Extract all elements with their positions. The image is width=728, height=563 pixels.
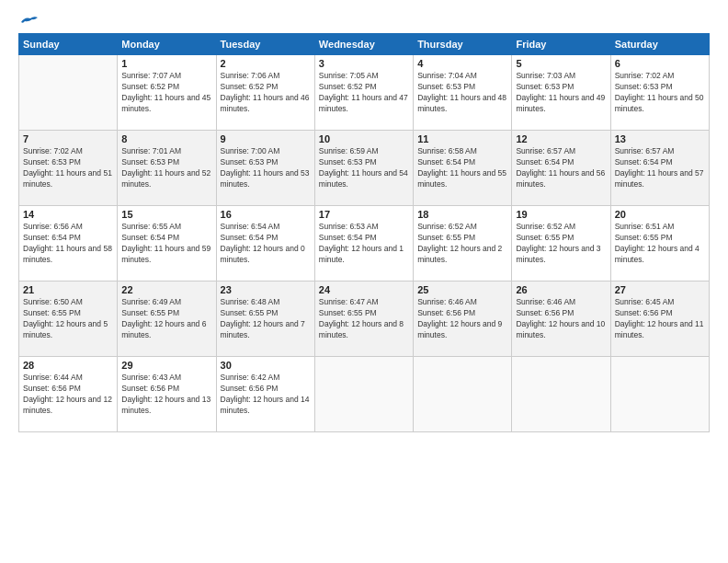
daylight-text: Daylight: 11 hours and 54 minutes. bbox=[319, 168, 409, 190]
calendar-cell: 22Sunrise: 6:49 AMSunset: 6:55 PMDayligh… bbox=[118, 282, 216, 357]
sunset-text: Sunset: 6:55 PM bbox=[516, 233, 606, 244]
day-info: Sunrise: 6:59 AMSunset: 6:53 PMDaylight:… bbox=[319, 146, 409, 190]
day-number: 3 bbox=[319, 58, 409, 69]
sunrise-text: Sunrise: 7:06 AM bbox=[221, 71, 311, 82]
sunset-text: Sunset: 6:55 PM bbox=[319, 308, 409, 319]
day-info: Sunrise: 7:02 AMSunset: 6:53 PMDaylight:… bbox=[23, 146, 113, 190]
logo bbox=[18, 15, 40, 26]
calendar-cell: 10Sunrise: 6:59 AMSunset: 6:53 PMDayligh… bbox=[314, 131, 413, 206]
sunset-text: Sunset: 6:53 PM bbox=[23, 157, 113, 168]
logo-bird-icon bbox=[19, 15, 40, 29]
day-number: 2 bbox=[221, 58, 311, 69]
calendar-cell bbox=[610, 357, 709, 432]
daylight-text: Daylight: 11 hours and 58 minutes. bbox=[23, 244, 113, 266]
day-number: 25 bbox=[417, 284, 507, 295]
day-info: Sunrise: 6:42 AMSunset: 6:56 PMDaylight:… bbox=[221, 373, 311, 417]
day-number: 15 bbox=[121, 209, 211, 220]
calendar-cell bbox=[414, 357, 512, 432]
sunset-text: Sunset: 6:54 PM bbox=[319, 233, 409, 244]
day-info: Sunrise: 6:58 AMSunset: 6:54 PMDaylight:… bbox=[417, 146, 507, 190]
sunset-text: Sunset: 6:56 PM bbox=[516, 308, 606, 319]
sunset-text: Sunset: 6:53 PM bbox=[516, 82, 606, 93]
day-info: Sunrise: 7:05 AMSunset: 6:52 PMDaylight:… bbox=[319, 71, 409, 115]
day-info: Sunrise: 7:01 AMSunset: 6:53 PMDaylight:… bbox=[121, 146, 211, 190]
calendar-cell: 30Sunrise: 6:42 AMSunset: 6:56 PMDayligh… bbox=[216, 357, 314, 432]
day-info: Sunrise: 6:54 AMSunset: 6:54 PMDaylight:… bbox=[221, 222, 311, 266]
sunrise-text: Sunrise: 6:46 AM bbox=[516, 297, 606, 308]
day-info: Sunrise: 6:48 AMSunset: 6:55 PMDaylight:… bbox=[221, 297, 311, 341]
day-number: 16 bbox=[221, 209, 311, 220]
day-info: Sunrise: 7:07 AMSunset: 6:52 PMDaylight:… bbox=[121, 71, 211, 115]
calendar-cell: 9Sunrise: 7:00 AMSunset: 6:53 PMDaylight… bbox=[216, 131, 314, 206]
sunset-text: Sunset: 6:55 PM bbox=[615, 233, 705, 244]
day-info: Sunrise: 6:53 AMSunset: 6:54 PMDaylight:… bbox=[319, 222, 409, 266]
calendar-cell: 8Sunrise: 7:01 AMSunset: 6:53 PMDaylight… bbox=[118, 131, 216, 206]
sunrise-text: Sunrise: 6:48 AM bbox=[221, 297, 311, 308]
sunrise-text: Sunrise: 7:01 AM bbox=[121, 146, 211, 157]
calendar-cell: 27Sunrise: 6:45 AMSunset: 6:56 PMDayligh… bbox=[610, 282, 709, 357]
sunset-text: Sunset: 6:54 PM bbox=[615, 157, 705, 168]
daylight-text: Daylight: 11 hours and 52 minutes. bbox=[121, 168, 211, 190]
day-number: 5 bbox=[516, 58, 606, 69]
day-number: 14 bbox=[23, 209, 113, 220]
sunrise-text: Sunrise: 6:59 AM bbox=[319, 146, 409, 157]
daylight-text: Daylight: 12 hours and 4 minutes. bbox=[615, 244, 705, 266]
calendar-cell: 26Sunrise: 6:46 AMSunset: 6:56 PMDayligh… bbox=[512, 282, 610, 357]
daylight-text: Daylight: 12 hours and 6 minutes. bbox=[121, 319, 211, 341]
calendar-cell: 13Sunrise: 6:57 AMSunset: 6:54 PMDayligh… bbox=[610, 131, 709, 206]
calendar-week-row: 1Sunrise: 7:07 AMSunset: 6:52 PMDaylight… bbox=[19, 55, 710, 131]
calendar-cell: 24Sunrise: 6:47 AMSunset: 6:55 PMDayligh… bbox=[314, 282, 413, 357]
sunset-text: Sunset: 6:56 PM bbox=[23, 384, 113, 395]
day-info: Sunrise: 7:02 AMSunset: 6:53 PMDaylight:… bbox=[615, 71, 705, 115]
sunset-text: Sunset: 6:54 PM bbox=[417, 157, 507, 168]
day-info: Sunrise: 6:57 AMSunset: 6:54 PMDaylight:… bbox=[516, 146, 606, 190]
day-number: 24 bbox=[319, 284, 409, 295]
day-info: Sunrise: 7:03 AMSunset: 6:53 PMDaylight:… bbox=[516, 71, 606, 115]
day-number: 29 bbox=[121, 360, 211, 371]
sunrise-text: Sunrise: 7:00 AM bbox=[221, 146, 311, 157]
daylight-text: Daylight: 12 hours and 9 minutes. bbox=[417, 319, 507, 341]
sunrise-text: Sunrise: 6:42 AM bbox=[221, 373, 311, 384]
day-number: 8 bbox=[121, 133, 211, 144]
sunrise-text: Sunrise: 6:53 AM bbox=[319, 222, 409, 233]
calendar-cell: 6Sunrise: 7:02 AMSunset: 6:53 PMDaylight… bbox=[610, 55, 709, 131]
daylight-text: Daylight: 11 hours and 59 minutes. bbox=[121, 244, 211, 266]
daylight-text: Daylight: 11 hours and 48 minutes. bbox=[417, 93, 507, 115]
sunrise-text: Sunrise: 6:51 AM bbox=[615, 222, 705, 233]
sunset-text: Sunset: 6:55 PM bbox=[221, 308, 311, 319]
daylight-text: Daylight: 11 hours and 56 minutes. bbox=[516, 168, 606, 190]
sunset-text: Sunset: 6:54 PM bbox=[23, 233, 113, 244]
sunrise-text: Sunrise: 6:58 AM bbox=[417, 146, 507, 157]
daylight-text: Daylight: 12 hours and 14 minutes. bbox=[221, 395, 311, 417]
sunrise-text: Sunrise: 7:07 AM bbox=[121, 71, 211, 82]
daylight-text: Daylight: 12 hours and 10 minutes. bbox=[516, 319, 606, 341]
sunrise-text: Sunrise: 6:43 AM bbox=[121, 373, 211, 384]
daylight-text: Daylight: 12 hours and 12 minutes. bbox=[23, 395, 113, 417]
day-info: Sunrise: 6:43 AMSunset: 6:56 PMDaylight:… bbox=[121, 373, 211, 417]
daylight-text: Daylight: 11 hours and 57 minutes. bbox=[615, 168, 705, 190]
day-number: 6 bbox=[615, 58, 705, 69]
sunrise-text: Sunrise: 6:45 AM bbox=[615, 297, 705, 308]
daylight-text: Daylight: 12 hours and 3 minutes. bbox=[516, 244, 606, 266]
day-info: Sunrise: 7:04 AMSunset: 6:53 PMDaylight:… bbox=[417, 71, 507, 115]
day-number: 17 bbox=[319, 209, 409, 220]
weekday-wednesday: Wednesday bbox=[314, 34, 413, 55]
page-header bbox=[18, 15, 710, 26]
sunset-text: Sunset: 6:53 PM bbox=[121, 157, 211, 168]
sunset-text: Sunset: 6:52 PM bbox=[319, 82, 409, 93]
sunrise-text: Sunrise: 7:02 AM bbox=[615, 71, 705, 82]
day-info: Sunrise: 6:57 AMSunset: 6:54 PMDaylight:… bbox=[615, 146, 705, 190]
calendar-week-row: 14Sunrise: 6:56 AMSunset: 6:54 PMDayligh… bbox=[19, 206, 710, 282]
calendar-cell: 28Sunrise: 6:44 AMSunset: 6:56 PMDayligh… bbox=[19, 357, 118, 432]
sunset-text: Sunset: 6:54 PM bbox=[516, 157, 606, 168]
calendar-week-row: 7Sunrise: 7:02 AMSunset: 6:53 PMDaylight… bbox=[19, 131, 710, 206]
calendar-cell: 19Sunrise: 6:52 AMSunset: 6:55 PMDayligh… bbox=[512, 206, 610, 282]
daylight-text: Daylight: 11 hours and 51 minutes. bbox=[23, 168, 113, 190]
day-info: Sunrise: 6:49 AMSunset: 6:55 PMDaylight:… bbox=[121, 297, 211, 341]
sunset-text: Sunset: 6:53 PM bbox=[319, 157, 409, 168]
calendar-cell: 2Sunrise: 7:06 AMSunset: 6:52 PMDaylight… bbox=[216, 55, 314, 131]
daylight-text: Daylight: 12 hours and 8 minutes. bbox=[319, 319, 409, 341]
daylight-text: Daylight: 11 hours and 45 minutes. bbox=[121, 93, 211, 115]
sunset-text: Sunset: 6:56 PM bbox=[221, 384, 311, 395]
day-number: 20 bbox=[615, 209, 705, 220]
